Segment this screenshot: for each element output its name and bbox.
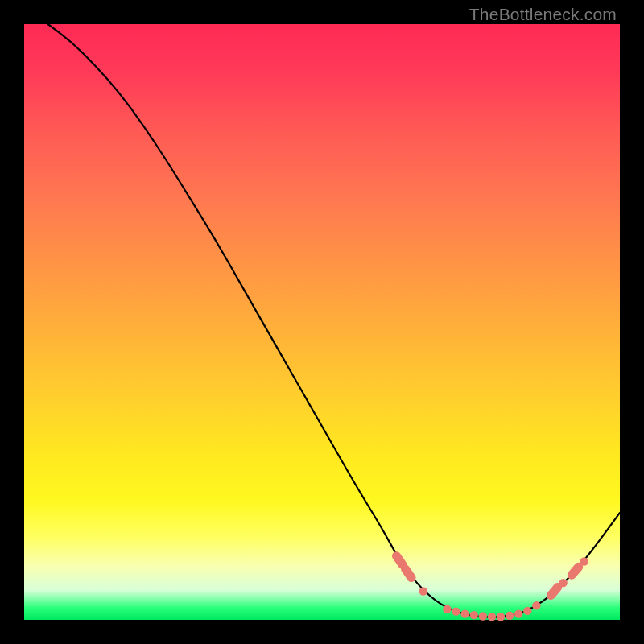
chart-marker <box>514 609 522 617</box>
chart-marker <box>470 611 478 619</box>
chart-marker <box>419 587 427 595</box>
chart-svg <box>24 24 620 620</box>
chart-marker <box>523 607 531 615</box>
chart-marker <box>506 612 514 620</box>
chart-marker <box>488 613 496 621</box>
chart-marker <box>460 609 469 617</box>
chart-marker <box>559 579 568 587</box>
chart-frame <box>24 24 620 620</box>
series-line <box>48 24 620 617</box>
chart-marker <box>443 605 451 613</box>
chart-marker <box>497 613 505 621</box>
chart-marker <box>452 607 460 615</box>
chart-marker <box>532 601 540 609</box>
watermark-text: TheBottleneck.com <box>469 5 617 24</box>
chart-marker <box>580 557 588 565</box>
chart-marker <box>479 612 487 620</box>
